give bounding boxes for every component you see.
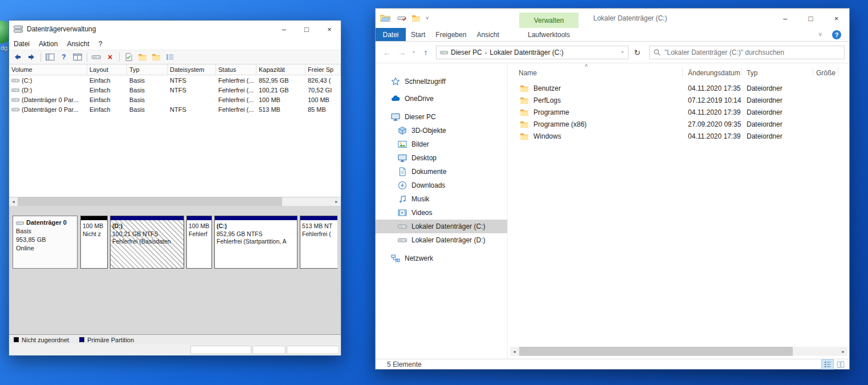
sidebar-item-3d-objekte[interactable]: 3D-Objekte xyxy=(376,124,507,137)
close-button[interactable]: × xyxy=(318,21,341,38)
recent-locations-icon[interactable]: ˅ xyxy=(410,46,418,59)
minimize-button[interactable]: – xyxy=(272,21,295,38)
up-button[interactable]: ↑ xyxy=(419,46,433,59)
breadcrumb-current[interactable]: Lokaler Datenträger (C:) xyxy=(490,48,563,56)
volume-row[interactable]: (Datenträger 0 Par... Einfach Basis Fehl… xyxy=(9,95,341,104)
horizontal-scrollbar[interactable]: ◄ ► xyxy=(9,197,341,206)
menu-ansicht[interactable]: Ansicht xyxy=(62,38,93,50)
horizontal-scrollbar[interactable]: ◄ ► xyxy=(510,347,847,356)
tab-laufwerktools[interactable]: Laufwerktools xyxy=(519,28,578,41)
column-header-layout[interactable]: Layout xyxy=(87,64,127,75)
partition-recovery[interactable]: 513 MB NT Fehlerfrei ( xyxy=(300,216,337,269)
partition-system[interactable]: 100 MB Fehlerf xyxy=(186,216,212,269)
minimize-button[interactable]: – xyxy=(772,9,798,28)
partition-d[interactable]: (D:) 100,21 GB NTFS Fehlerfrei (Basisdat… xyxy=(110,216,184,269)
console-tree-button[interactable] xyxy=(44,51,56,63)
status-bar: 5 Elemente xyxy=(376,359,849,369)
help-icon[interactable]: ? xyxy=(832,30,841,39)
column-separator[interactable] xyxy=(813,67,813,77)
breadcrumb-root[interactable]: Dieser PC xyxy=(451,48,482,56)
download-icon xyxy=(398,181,407,190)
close-button[interactable]: × xyxy=(824,9,849,28)
file-row-perflogs[interactable]: PerfLogs 07.12.2019 10:14 Dateiordner xyxy=(508,95,849,107)
sidebar-item-quick-access[interactable]: Schnellzugriff xyxy=(376,75,507,88)
maximize-button[interactable]: □ xyxy=(295,21,318,38)
open-folder-button[interactable] xyxy=(136,51,149,63)
column-separator[interactable] xyxy=(838,67,838,77)
disk-info-box[interactable]: Datenträger 0 Basis 953,85 GB Online xyxy=(13,216,78,269)
expand-ribbon-icon[interactable]: ˅ xyxy=(818,28,822,41)
check-volume-button[interactable] xyxy=(123,51,135,63)
file-row-benutzer[interactable]: Benutzer 04.11.2020 17:35 Dateiordner xyxy=(508,83,849,95)
tab-datei[interactable]: Datei xyxy=(376,28,406,41)
column-header-status[interactable]: Status xyxy=(216,64,256,75)
sidebar-item-dokumente[interactable]: Dokumente xyxy=(376,165,507,179)
menu-hilfe[interactable]: ? xyxy=(94,38,107,50)
sidebar-item-videos[interactable]: Videos xyxy=(376,206,507,220)
scroll-left-icon[interactable]: ◄ xyxy=(510,347,519,356)
disk-properties-button[interactable] xyxy=(90,51,103,63)
details-view-button[interactable] xyxy=(822,360,833,369)
qat-customize-button[interactable]: ˅ xyxy=(426,15,429,21)
partition-c[interactable]: (C:) 852,95 GB NTFS Fehlerfrei (Startpar… xyxy=(214,216,298,269)
column-header-name[interactable]: Name xyxy=(519,69,537,77)
volume-row[interactable]: (Datenträger 0 Par... Einfach Basis NTFS… xyxy=(9,104,341,114)
sidebar-item-drive-d[interactable]: Lokaler Datenträger (D:) xyxy=(376,233,507,247)
help-button[interactable]: ? xyxy=(58,51,70,63)
scroll-left-icon[interactable]: ◄ xyxy=(9,197,18,206)
back-button[interactable]: ← xyxy=(380,46,394,59)
sidebar-item-desktop[interactable]: Desktop xyxy=(376,151,507,165)
sidebar-item-bilder[interactable]: Bilder xyxy=(376,137,507,151)
column-header-kapazitaet[interactable]: Kapazität xyxy=(256,64,305,75)
qat-properties-button[interactable] xyxy=(397,14,406,23)
explore-folder-button[interactable] xyxy=(150,51,162,63)
menu-aktion[interactable]: Aktion xyxy=(34,38,62,50)
forward-button[interactable]: → xyxy=(395,46,409,59)
qat-new-folder-button[interactable] xyxy=(411,14,421,23)
search-box[interactable] xyxy=(649,46,845,59)
sidebar-item-dieser-pc[interactable]: Dieser PC xyxy=(376,110,507,124)
address-dropdown-icon[interactable]: ˅ xyxy=(618,50,627,55)
forward-button[interactable] xyxy=(25,51,38,63)
tab-start[interactable]: Start xyxy=(406,28,430,41)
file-row-windows[interactable]: Windows 04.11.2020 17:39 Dateiordner xyxy=(508,131,849,143)
manage-contextual-header[interactable]: Verwalten xyxy=(519,13,578,28)
column-header-typ[interactable]: Typ xyxy=(747,69,757,77)
volume-row[interactable]: (C:) Einfach Basis NTFS Fehlerfrei (... … xyxy=(9,75,341,85)
file-row-programme-x86[interactable]: Programme (x86) 27.09.2020 09:35 Dateior… xyxy=(508,119,849,131)
column-header-freier-speicher[interactable]: Freier Sp xyxy=(305,64,341,75)
sidebar-item-onedrive[interactable]: OneDrive xyxy=(376,92,507,106)
column-header-aenderungsdatum[interactable]: Änderungsdatum xyxy=(688,69,740,77)
back-button[interactable] xyxy=(11,51,24,63)
column-separator[interactable] xyxy=(741,67,741,77)
volume-row[interactable]: (D:) Einfach Basis NTFS Fehlerfrei (... … xyxy=(9,85,341,95)
maximize-button[interactable]: □ xyxy=(798,9,824,28)
sidebar-item-musik[interactable]: Musik xyxy=(376,192,507,206)
sidebar-item-netzwerk[interactable]: Netzwerk xyxy=(376,252,507,265)
search-input[interactable] xyxy=(665,48,841,56)
column-separator[interactable] xyxy=(682,67,683,77)
scrollbar-thumb[interactable] xyxy=(18,197,282,206)
thumbnails-view-button[interactable] xyxy=(835,360,846,369)
column-header-dateisystem[interactable]: Dateisystem xyxy=(168,64,216,75)
tab-ansicht[interactable]: Ansicht xyxy=(471,28,504,41)
scrollbar-thumb[interactable] xyxy=(519,347,793,356)
refresh-button[interactable]: ↻ xyxy=(630,46,645,59)
column-header-groesse[interactable]: Größe xyxy=(816,69,836,77)
column-header-volume[interactable]: Volume xyxy=(9,64,87,75)
partition-unallocated[interactable]: 100 MB Nicht z xyxy=(80,216,108,269)
file-row-programme[interactable]: Programme 04.11.2020 17:39 Dateiordner xyxy=(508,107,849,119)
view-options-button[interactable] xyxy=(164,51,176,63)
panes-button[interactable] xyxy=(71,51,84,63)
breadcrumb-separator-icon[interactable]: › xyxy=(485,49,487,56)
menu-datei[interactable]: Datei xyxy=(9,38,34,50)
column-header-typ[interactable]: Typ xyxy=(127,64,168,75)
scroll-right-icon[interactable]: ► xyxy=(332,197,341,206)
sidebar-item-downloads[interactable]: Downloads xyxy=(376,179,507,192)
address-bar[interactable]: Dieser PC › Lokaler Datenträger (C:) ˅ xyxy=(436,46,629,59)
disk-size: 953,85 GB xyxy=(16,236,74,244)
tab-freigeben[interactable]: Freigeben xyxy=(430,28,471,41)
delete-volume-button[interactable]: × xyxy=(104,51,116,63)
sidebar-item-drive-c[interactable]: Lokaler Datenträger (C:) xyxy=(376,220,507,233)
scroll-right-icon[interactable]: ► xyxy=(839,347,847,356)
